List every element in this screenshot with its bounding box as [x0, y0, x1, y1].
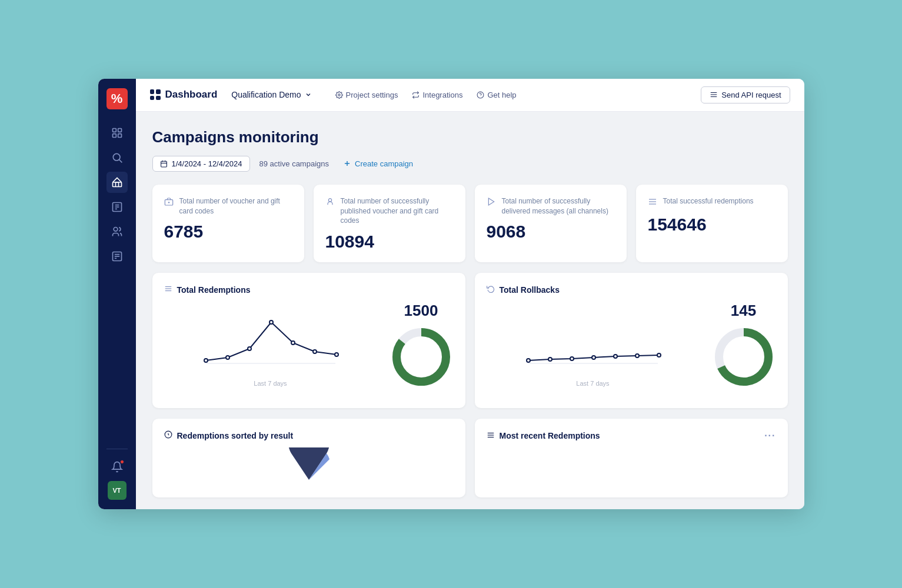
stat-value-2: 9068 [487, 222, 615, 242]
api-button-label: Send API request [721, 91, 781, 99]
more-options-button[interactable]: ··· [764, 430, 775, 441]
sidebar-divider [106, 449, 128, 449]
svg-point-11 [114, 227, 118, 231]
sidebar-item-search[interactable] [106, 147, 128, 168]
sidebar-item-campaigns[interactable] [106, 196, 128, 218]
chart-icon-redemptions [164, 285, 172, 295]
donut-value-rollbacks: 145 [731, 302, 756, 320]
svg-marker-32 [488, 198, 494, 205]
sidebar-item-home[interactable] [106, 172, 128, 193]
header-nav: Project settings Integrations Get help [331, 88, 521, 102]
header-title: Dashboard [165, 89, 218, 101]
svg-point-56 [657, 353, 661, 357]
sidebar-item-logs[interactable] [106, 246, 128, 267]
stat-icon-2 [487, 197, 496, 209]
chart-title-redemptions: Total Redemptions [164, 285, 454, 295]
stat-label-2: Total number of successfully delivered m… [502, 196, 615, 216]
bottom-row: Redemptions sorted by result [152, 419, 788, 497]
stat-icon-0 [164, 197, 174, 209]
svg-point-46 [335, 353, 338, 356]
nav-project-settings[interactable]: Project settings [331, 88, 403, 102]
sidebar-logo[interactable]: % [106, 88, 128, 109]
svg-point-16 [338, 94, 340, 96]
stat-label-1: Total number of successfully published v… [341, 196, 454, 226]
svg-line-5 [119, 160, 122, 163]
sidebar-item-users[interactable] [106, 221, 128, 242]
stats-row: Total number of voucher and gift card co… [152, 185, 788, 262]
sidebar-item-store[interactable] [106, 122, 128, 143]
send-api-request-button[interactable]: Send API request [701, 86, 790, 103]
nav-get-help-label: Get help [487, 91, 516, 99]
chart-label-redemptions: Last 7 days [254, 380, 287, 387]
bottom-card-recent-redemptions: Most recent Redemptions ··· [475, 419, 788, 497]
svg-point-45 [313, 350, 317, 353]
svg-point-51 [548, 358, 552, 361]
bottom-card-redemptions-sorted: Redemptions sorted by result [152, 419, 465, 497]
sidebar-notifications[interactable] [106, 456, 128, 477]
chart-title-label-rollbacks: Total Rollbacks [500, 285, 560, 295]
stat-header-1: Total number of successfully published v… [325, 196, 454, 226]
user-avatar[interactable]: VT [108, 481, 127, 500]
line-chart-rollbacks: Last 7 days [487, 305, 700, 387]
bottom-card-icon-sorted [164, 430, 172, 440]
chart-title-label-redemptions: Total Redemptions [177, 285, 251, 295]
svg-point-40 [204, 359, 208, 362]
date-range-picker[interactable]: 1/4/2024 - 12/4/2024 [152, 156, 250, 172]
chart-inner-redemptions: Last 7 days 1500 [164, 302, 454, 389]
stat-header-0: Total number of voucher and gift card co… [164, 196, 292, 216]
bottom-card-title-recent: Most recent Redemptions ··· [487, 430, 776, 441]
svg-point-53 [592, 356, 595, 359]
svg-point-4 [113, 153, 120, 161]
stat-header-2: Total number of successfully delivered m… [487, 196, 615, 216]
chart-label-rollbacks: Last 7 days [576, 380, 609, 387]
bottom-card-label-recent: Most recent Redemptions [500, 431, 600, 440]
create-campaign-button[interactable]: Create campaign [338, 156, 418, 171]
page-controls: 1/4/2024 - 12/4/2024 89 active campaigns… [152, 156, 788, 172]
nav-get-help[interactable]: Get help [472, 88, 521, 102]
svg-point-50 [527, 359, 530, 362]
stat-value-0: 6785 [164, 222, 292, 242]
svg-rect-22 [161, 161, 167, 167]
donut-value-redemptions: 1500 [404, 302, 438, 320]
svg-rect-0 [112, 128, 116, 132]
nav-integrations[interactable]: Integrations [407, 88, 467, 102]
stat-header-3: Total successful redemptions [648, 196, 776, 209]
line-chart-redemptions: Last 7 days [164, 305, 377, 387]
stat-card-0: Total number of voucher and gift card co… [152, 185, 304, 262]
charts-row: Total Redemptions [152, 273, 788, 408]
donut-redemptions: 1500 [389, 302, 454, 389]
page-body: Campaigns monitoring 1/4/2024 - 12/4/202… [136, 112, 804, 509]
chart-card-rollbacks: Total Rollbacks [475, 273, 788, 408]
nav-project-settings-label: Project settings [346, 91, 398, 99]
svg-rect-2 [112, 133, 116, 137]
logo-grid-icon [150, 89, 161, 100]
main-content: Dashboard Qualification Demo Project set… [136, 79, 804, 509]
header-logo: Dashboard [150, 89, 218, 101]
page-title: Campaigns monitoring [152, 128, 788, 146]
stat-icon-3 [648, 197, 657, 209]
stat-card-3: Total successful redemptions 154646 [636, 185, 788, 262]
stat-card-2: Total number of successfully delivered m… [475, 185, 627, 262]
svg-point-31 [328, 198, 331, 201]
svg-rect-6 [112, 182, 121, 187]
notification-dot [120, 460, 124, 464]
create-campaign-label: Create campaign [355, 159, 413, 168]
stat-value-3: 154646 [648, 215, 776, 235]
project-selector[interactable]: Qualification Demo [227, 88, 316, 102]
chart-card-redemptions: Total Redemptions [152, 273, 465, 408]
pie-chart-area [164, 447, 454, 486]
svg-point-52 [570, 357, 574, 360]
svg-point-55 [635, 354, 639, 358]
project-name: Qualification Demo [231, 90, 301, 99]
bottom-card-title-sorted: Redemptions sorted by result [164, 430, 454, 440]
stat-value-1: 10894 [325, 232, 454, 252]
svg-point-54 [614, 355, 617, 358]
stat-label-3: Total successful redemptions [663, 196, 754, 206]
header: Dashboard Qualification Demo Project set… [136, 79, 804, 112]
svg-point-43 [269, 320, 273, 324]
active-campaigns-count: 89 active campaigns [259, 159, 329, 168]
chart-title-rollbacks: Total Rollbacks [487, 285, 776, 295]
nav-integrations-label: Integrations [422, 91, 462, 99]
svg-point-41 [226, 356, 229, 359]
svg-point-42 [248, 347, 251, 350]
